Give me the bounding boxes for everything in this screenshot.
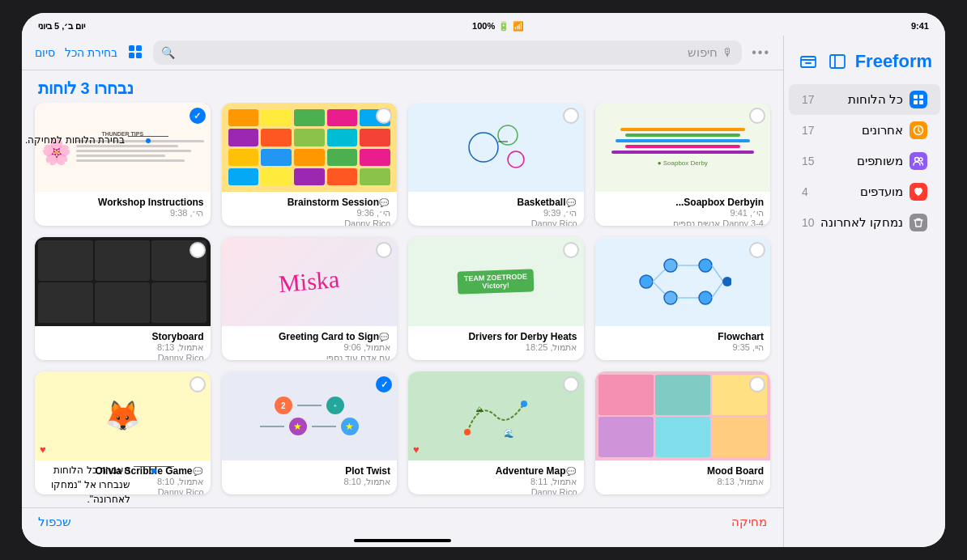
board-date-moodboard: אתמול, 8:13 [602, 477, 765, 487]
search-placeholder: חיפוש [688, 45, 718, 60]
section-header: נבחרו 3 לוחות [22, 70, 783, 103]
select-circle-plottwist[interactable] [376, 376, 392, 392]
board-date-adventure: אתמול, 8:11 [415, 477, 577, 487]
svg-rect-0 [129, 45, 134, 51]
sidebar-item-shared[interactable]: 15 משותפים [789, 146, 940, 176]
board-info-adventure: 💬Adventure Map אתמול, 8:11 Danny Rico [408, 460, 584, 494]
board-card-adventure[interactable]: ⛰ 🌊 ♥ 💬Adventure Map אתמול, 8:11 Danny R… [408, 371, 584, 494]
sidebar-icon-recent [909, 121, 927, 139]
sidebar-icon-deleted [909, 214, 927, 231]
svg-rect-26 [830, 55, 845, 68]
delete-button[interactable]: מחיקה [731, 515, 767, 529]
board-thumb-plottwist: 2 + ★ ★ [222, 371, 398, 460]
board-thumb-greeting: Miska [222, 237, 398, 326]
board-thumb-flowchart [595, 237, 771, 326]
board-date-greeting: אתמול, 9:06 [228, 342, 391, 353]
board-card-basketball[interactable]: 💬Basketball הי׳, 9:39 Danny Rico [408, 103, 584, 226]
svg-rect-1 [136, 45, 142, 51]
sidebar-label-shared: משותפים [857, 154, 903, 168]
sidebar-label-deleted: נמחקו לאחרונה [820, 215, 903, 230]
board-thumb-adventure: ⛰ 🌊 ♥ [408, 371, 584, 460]
board-date-soapbox: הי׳, 9:41 [602, 208, 765, 218]
favorite-badge-olivia: ♥ [40, 443, 46, 456]
board-card-soapbox[interactable]: ● Soapbox Derby Soapbox Derbyin... הי׳, … [595, 103, 771, 226]
board-info-workshop: Workshop Instructions הי׳, 9:38 [35, 192, 211, 225]
board-date-workshop: הי׳, 9:38 [41, 208, 204, 218]
select-circle-basketball[interactable] [563, 108, 579, 124]
board-info-brainstorm: 💬Brainstorm Session הי׳, 9:36 Danny Rico [222, 192, 398, 226]
sidebar-item-all[interactable]: 17 כל הלוחות [789, 84, 940, 115]
svg-line-17 [712, 265, 723, 282]
board-card-plottwist[interactable]: 2 + ★ ★ Plot Twist [222, 371, 398, 494]
board-date-plottwist: אתמול, 8:10 [228, 477, 391, 487]
done-button[interactable]: סיום [35, 46, 55, 59]
board-card-greeting[interactable]: Miska 💬Greeting Card to Sign אתמול, 9:06… [222, 237, 398, 360]
svg-rect-30 [919, 100, 923, 104]
select-circle-flowchart[interactable] [749, 242, 765, 258]
status-center: 100% 🔋 📶 [472, 21, 524, 32]
board-card-flowchart[interactable]: Flowchart היי, 9:35 [595, 237, 771, 360]
select-circle-workshop[interactable] [190, 108, 206, 124]
board-info-greeting: 💬Greeting Card to Sign אתמול, 9:06 עם אד… [222, 326, 398, 360]
svg-line-18 [712, 282, 723, 298]
board-info-soapbox: Soapbox Derbyin... הי׳, 9:41 Danny 3-4 א… [595, 192, 771, 226]
sidebar-title: Freeform [855, 51, 932, 72]
board-area: ••• 🎙 חיפוש 🔍 בחירת הכל סיום נבחרו 3 לוח… [22, 36, 783, 547]
board-author-adventure: Danny Rico [415, 487, 577, 494]
select-circle-brainstorm[interactable] [376, 108, 392, 124]
board-card-storyboard[interactable]: Storyboard אתמול, 8:13 Danny Rico [35, 237, 211, 360]
sidebar-count-all: 17 [802, 93, 818, 106]
board-card-workshop[interactable]: THUNDER TIPS 🌸 Workshop Instructions הי׳… [35, 103, 211, 226]
select-circle-adventure[interactable] [563, 376, 579, 392]
board-date-basketball: הי׳, 9:39 [415, 208, 577, 218]
boards-grid: THUNDER TIPS 🌸 Workshop Instructions הי׳… [22, 103, 783, 507]
board-date-olivia: אתמול, 8:10 [41, 477, 204, 487]
sidebar-sidebar-icon[interactable] [826, 50, 849, 73]
search-bar[interactable]: 🎙 חיפוש 🔍 [153, 40, 742, 65]
sidebar-label-all: כל הלוחות [848, 92, 903, 107]
board-date-derby: אתמול, 18:25 [415, 342, 577, 353]
sidebar-icon-shared [909, 152, 927, 170]
board-card-olivia[interactable]: 🦊 ♥ 💬Olivia Scribble Game אתמול, 8:10 Da… [35, 371, 211, 494]
collab-icon-olivia: 💬 [193, 467, 202, 476]
board-card-derby[interactable]: TEAM ZOETRODEVictory! Drivers for Derby … [408, 237, 584, 360]
select-circle-olivia[interactable] [190, 376, 206, 392]
select-circle-storyboard[interactable] [190, 242, 206, 258]
duplicate-button[interactable]: שכפול [38, 515, 71, 529]
board-name-moodboard: Mood Board [602, 465, 765, 477]
sidebar-label-favorites: מועדפים [860, 185, 903, 199]
board-date-flowchart: היי, 9:35 [602, 342, 765, 353]
sidebar-item-recent[interactable]: 17 אחרונים [789, 115, 940, 146]
board-card-moodboard[interactable]: Mood Board אתמול, 8:13 [595, 371, 771, 494]
board-info-basketball: 💬Basketball הי׳, 9:39 Danny Rico [408, 192, 584, 226]
sidebar-item-deleted[interactable]: 10 נמחקו לאחרונה [789, 207, 940, 238]
sidebar-count-shared: 15 [802, 155, 818, 168]
board-thumb-soapbox: ● Soapbox Derby [595, 103, 771, 192]
svg-point-15 [699, 259, 712, 272]
select-circle-derby[interactable] [563, 242, 579, 258]
select-circle-greeting[interactable] [376, 242, 392, 258]
sidebar: Freeform 17 כל הלוחות 17 אחרונים 15 משות… [783, 36, 945, 547]
sidebar-archive-icon[interactable] [797, 50, 820, 73]
sidebar-item-favorites[interactable]: 4 מועדפים [789, 176, 940, 207]
sidebar-count-recent: 17 [802, 124, 818, 137]
svg-point-22 [521, 401, 527, 407]
svg-point-32 [915, 158, 919, 162]
select-circle-soapbox[interactable] [749, 108, 765, 124]
sidebar-label-recent: אחרונים [862, 123, 903, 138]
mic-icon[interactable]: 🎙 [722, 46, 734, 59]
favorite-badge-adventure: ♥ [413, 443, 420, 456]
svg-point-4 [469, 133, 498, 162]
more-button[interactable]: ••• [752, 45, 770, 60]
select-circle-moodboard[interactable] [749, 376, 765, 392]
sidebar-count-deleted: 10 [802, 216, 818, 229]
collab-icon-brainstorm: 💬 [379, 198, 389, 207]
board-date-storyboard: אתמול, 8:13 [41, 342, 204, 353]
board-info-storyboard: Storyboard אתמול, 8:13 Danny Rico [35, 326, 211, 360]
svg-rect-3 [136, 53, 142, 58]
sidebar-count-favorites: 4 [802, 185, 818, 198]
sidebar-icon-favorites [909, 183, 927, 201]
grid-view-button[interactable] [127, 44, 143, 62]
board-card-brainstorm[interactable]: 💬Brainstorm Session הי׳, 9:36 Danny Rico [222, 103, 398, 226]
select-all-button[interactable]: בחירת הכל [65, 46, 117, 59]
